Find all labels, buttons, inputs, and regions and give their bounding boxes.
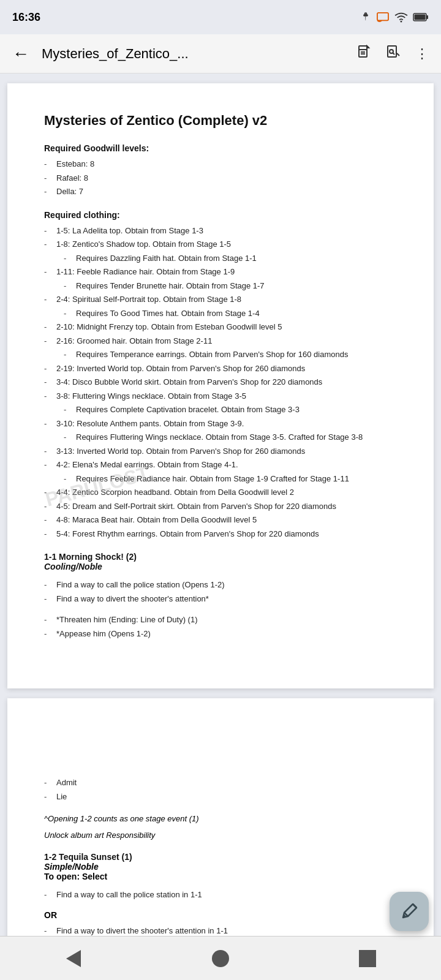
clothing-item-10: 3-13: Inverted World top. Obtain from Pa… — [56, 445, 397, 458]
clothing-item-2: 1-11: Feeble Radiance hair. Obtain from … — [56, 266, 397, 278]
bullet: - — [44, 186, 56, 198]
clothing-item-7: 3-4: Disco Bubble World skirt. Obtain fr… — [56, 376, 397, 388]
stage1-style: Cooling/Noble — [44, 562, 397, 571]
bullet: - — [44, 593, 56, 605]
bullet: - — [44, 225, 56, 237]
goodwill-della: Della: 7 — [56, 186, 397, 198]
svg-rect-3 — [377, 13, 388, 21]
clothing-item-9: 3-10: Resolute Anthem pants. Obtain from… — [56, 418, 397, 430]
stage1-task-0: Find a way to call the police station (O… — [56, 579, 397, 591]
list-item: - Find a way to call the police station … — [44, 889, 397, 901]
goodwill-section: Required Goodwill levels: - Esteban: 8 -… — [44, 143, 397, 198]
bullet: - — [44, 238, 56, 251]
stage2-alt-task-0: Find a way to divert the shooter's atten… — [56, 925, 397, 937]
doc-title: Mysteries of Zentico (Complete) v2 — [44, 113, 397, 129]
page2-choice-1: Lie — [56, 791, 397, 803]
bullet: - — [44, 528, 56, 540]
clothing-item-15: 5-4: Forest Rhythm earrings. Obtain from… — [56, 528, 397, 540]
sub-content: Requires Tender Brunette hair. Obtain fr… — [76, 280, 265, 292]
status-icons: ! — [360, 12, 429, 23]
bullet: - — [44, 889, 56, 901]
document-icon[interactable] — [352, 40, 376, 68]
list-item: - 2-19: Inverted World top. Obtain from … — [44, 363, 397, 375]
recents-nav-icon — [359, 950, 376, 967]
clothing-item-11: 4-2: Elena's Medal earrings. Obtain from… — [56, 459, 397, 471]
bullet: - — [44, 791, 56, 803]
back-button[interactable]: ← — [7, 39, 34, 69]
clothing-item-3: 2-4: Spiritual Self-Portrait top. Obtain… — [56, 293, 397, 306]
sub-content: Requires Feeble Radiance hair. Obtain fr… — [76, 473, 349, 485]
list-item: - 4-2: Elena's Medal earrings. Obtain fr… — [44, 459, 397, 471]
svg-line-15 — [397, 53, 399, 56]
clothing-heading: Required clothing: — [44, 210, 397, 220]
list-item: - Lie — [44, 791, 397, 803]
goodwill-rafael: Rafael: 8 — [56, 172, 397, 184]
list-item: - 3-8: Fluttering Wings necklace. Obtain… — [44, 390, 397, 402]
bullet: - — [44, 293, 56, 306]
list-item: - Find a way to call the police station … — [44, 579, 397, 591]
clothing-item-5: 2-16: Groomed hair. Obtain from Stage 2-… — [56, 335, 397, 347]
sub-item: - Requires To Good Times hat. Obtain fro… — [64, 307, 397, 320]
stage2-open: To open: Select — [44, 872, 397, 881]
list-item: - 1-8: Zentico's Shadow top. Obtain from… — [44, 238, 397, 251]
goodwill-esteban: Esteban: 8 — [56, 158, 397, 170]
sub-item: - Requires Tender Brunette hair. Obtain … — [64, 280, 397, 292]
bullet: - — [44, 459, 56, 471]
or-text: OR — [44, 910, 397, 920]
list-item: - *Appease him (Opens 1-2) — [44, 628, 397, 640]
bullet: - — [44, 172, 56, 184]
recents-nav-button[interactable] — [343, 946, 392, 971]
page2-unlock: Unlock album art Responsibility — [44, 831, 397, 840]
search-in-doc-icon[interactable] — [381, 40, 405, 68]
sub-item: - Requires Dazzling Faith hat. Obtain fr… — [64, 252, 397, 265]
bullet: - — [44, 486, 56, 499]
svg-point-13 — [390, 50, 393, 53]
list-item: - 1-5: La Adelita top. Obtain from Stage… — [44, 225, 397, 237]
nav-bar — [0, 936, 441, 980]
stage2-task-0: Find a way to call the police station in… — [56, 889, 397, 901]
battery-icon — [413, 12, 429, 22]
clothing-item-6: 2-19: Inverted World top. Obtain from Pa… — [56, 363, 397, 375]
list-item: - 4-4: Zentico Scorpion headband. Obtain… — [44, 486, 397, 499]
sub-content: Requires Complete Captivation bracelet. … — [76, 404, 300, 416]
sub-item: - Requires Feeble Radiance hair. Obtain … — [64, 473, 397, 485]
bullet: - — [44, 335, 56, 347]
list-item: - 1-11: Feeble Radiance hair. Obtain fro… — [44, 266, 397, 278]
bullet: - — [44, 321, 56, 333]
app-bar-title: Mysteries_of_Zentico_... — [42, 46, 344, 62]
list-item: - 2-4: Spiritual Self-Portrait top. Obta… — [44, 293, 397, 306]
more-options-icon[interactable]: ⋮ — [410, 41, 434, 67]
bullet: - — [44, 614, 56, 626]
doc-page-1: Mysteries of Zentico (Complete) v2 Requi… — [7, 83, 434, 688]
list-item: - Admit — [44, 777, 397, 789]
clothing-item-0: 1-5: La Adelita top. Obtain from Stage 1… — [56, 225, 397, 237]
bullet: - — [44, 158, 56, 170]
stage2-heading: 1-2 Tequila Sunset (1) — [44, 852, 397, 862]
bullet: - — [44, 445, 56, 458]
svg-point-4 — [401, 21, 402, 23]
app-bar: ← Mysteries_of_Zentico_... ⋮ — [0, 34, 441, 74]
list-item: - 3-10: Resolute Anthem pants. Obtain fr… — [44, 418, 397, 430]
clothing-section: Required clothing: - 1-5: La Adelita top… — [44, 210, 397, 540]
page2-choice-0: Admit — [56, 777, 397, 789]
fab-button[interactable] — [390, 892, 429, 931]
bullet: - — [44, 390, 56, 402]
bullet: - — [44, 628, 56, 640]
bullet: - — [44, 363, 56, 375]
goodwill-heading: Required Goodwill levels: — [44, 143, 397, 153]
stage1-heading: 1-1 Morning Shock! (2) — [44, 552, 397, 562]
list-item: - 3-13: Inverted World top. Obtain from … — [44, 445, 397, 458]
clothing-item-8: 3-8: Fluttering Wings necklace. Obtain f… — [56, 390, 397, 402]
sub-item: - Requires Temperance earrings. Obtain f… — [64, 349, 397, 361]
edit-icon — [399, 902, 419, 921]
list-item: - 4-5: Dream and Self-Portrait skirt. Ob… — [44, 500, 397, 513]
back-nav-button[interactable] — [49, 946, 98, 971]
bullet: - — [44, 925, 56, 937]
home-nav-button[interactable] — [196, 946, 245, 971]
sub-bullet: - — [64, 349, 76, 361]
sub-bullet: - — [64, 473, 76, 485]
stage1-choice-0: *Threaten him (Ending: Line of Duty) (1) — [56, 614, 397, 626]
list-item: - 3-4: Disco Bubble World skirt. Obtain … — [44, 376, 397, 388]
sub-bullet: - — [64, 307, 76, 320]
bullet: - — [44, 579, 56, 591]
